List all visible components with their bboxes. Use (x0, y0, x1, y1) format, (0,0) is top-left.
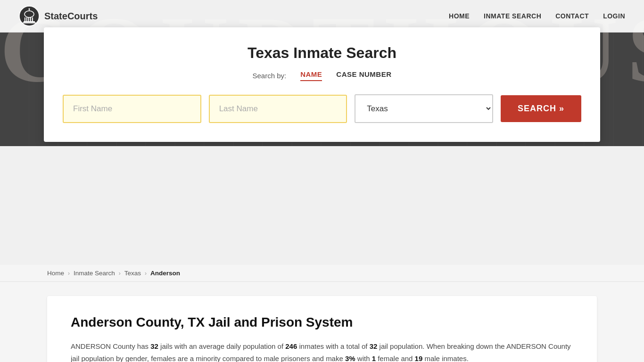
svg-rect-6 (28, 17, 29, 21)
search-fields: Texas Alabama Alaska Arizona California … (63, 94, 581, 123)
breadcrumb-inmate-search[interactable]: Inmate Search (74, 270, 115, 277)
header: COURTHOUSE StateCourts (0, 0, 644, 146)
svg-rect-7 (30, 17, 31, 21)
nav-links: HOME INMATE SEARCH CONTACT LOGIN (449, 12, 625, 20)
state-select[interactable]: Texas Alabama Alaska Arizona California … (355, 94, 493, 123)
first-name-input[interactable] (63, 95, 201, 123)
tab-case-number[interactable]: CASE NUMBER (336, 70, 391, 81)
svg-rect-9 (24, 21, 35, 23)
nav-home[interactable]: HOME (449, 12, 470, 20)
logo-icon (19, 6, 40, 26)
tab-name[interactable]: NAME (300, 70, 322, 81)
breadcrumb-sep-3: › (145, 270, 147, 277)
nav-contact[interactable]: CONTACT (555, 12, 589, 20)
site-logo[interactable]: StateCourts (19, 6, 98, 26)
breadcrumb: Home › Inmate Search › Texas › Anderson (0, 265, 644, 282)
search-card: Texas Inmate Search Search by: NAME CASE… (44, 27, 600, 142)
search-tabs: Search by: NAME CASE NUMBER (63, 70, 581, 81)
svg-rect-10 (23, 23, 36, 24)
county-description: ANDERSON County has 32 jails with an ave… (71, 340, 573, 362)
svg-point-3 (29, 8, 30, 10)
search-button[interactable]: SEARCH » (501, 95, 581, 122)
svg-rect-8 (32, 17, 33, 21)
svg-rect-5 (26, 17, 27, 21)
search-card-wrapper: Texas Inmate Search Search by: NAME CASE… (44, 27, 600, 142)
county-card: Anderson County, TX Jail and Prison Syst… (47, 296, 597, 362)
breadcrumb-sep-1: › (68, 270, 70, 277)
breadcrumb-current: Anderson (150, 270, 180, 277)
search-title: Texas Inmate Search (63, 44, 581, 62)
svg-rect-4 (25, 17, 25, 21)
breadcrumb-sep-2: › (119, 270, 121, 277)
county-title: Anderson County, TX Jail and Prison Syst… (71, 315, 573, 330)
nav-login[interactable]: LOGIN (603, 12, 625, 20)
nav-inmate-search[interactable]: INMATE SEARCH (484, 12, 541, 20)
search-by-label: Search by: (252, 72, 286, 80)
breadcrumb-home[interactable]: Home (47, 270, 64, 277)
main-content: Anderson County, TX Jail and Prison Syst… (0, 282, 644, 362)
last-name-input[interactable] (209, 95, 347, 123)
breadcrumb-texas[interactable]: Texas (124, 270, 141, 277)
site-name: StateCourts (44, 11, 98, 22)
